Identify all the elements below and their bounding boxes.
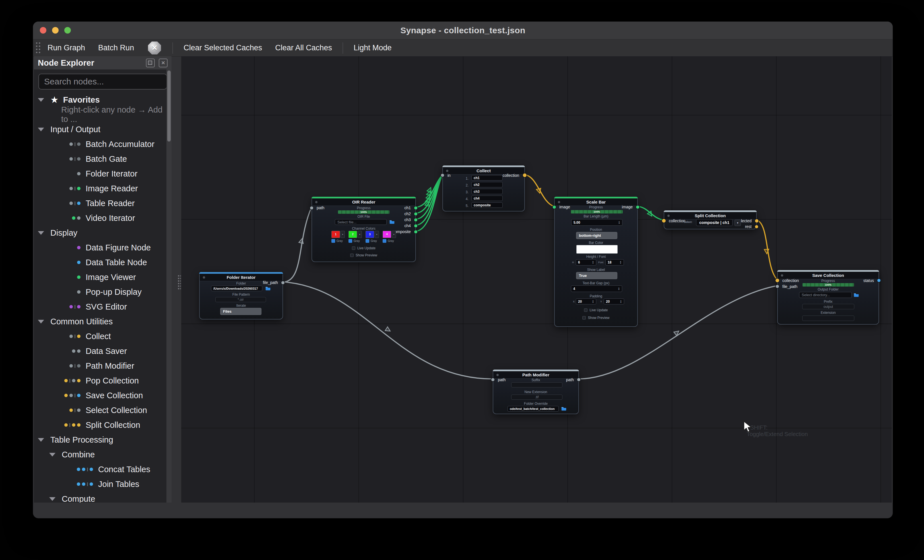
- channel-1-gray-checkbox[interactable]: [332, 239, 335, 243]
- collapse-dot-icon[interactable]: [496, 374, 499, 376]
- height-spinner[interactable]: 6▲▼: [576, 259, 596, 265]
- output-port-ch1[interactable]: [414, 206, 418, 210]
- collect-item-input[interactable]: ch4: [471, 196, 502, 201]
- sidebar-item-image-viewer[interactable]: Image Viewer: [34, 270, 171, 284]
- chevron-down-icon[interactable]: [38, 231, 44, 235]
- show-preview-checkbox[interactable]: [350, 253, 354, 257]
- clear-all-caches-button[interactable]: Clear All Caches: [275, 43, 332, 52]
- channel-4-swatch[interactable]: 4: [382, 231, 391, 238]
- sidebar-item-join-tables[interactable]: Join Tables: [34, 477, 171, 491]
- output-port-selected[interactable]: [754, 219, 759, 223]
- spinner-arrows-icon[interactable]: ▲▼: [620, 300, 622, 303]
- toolbar-grip-handle[interactable]: [35, 42, 41, 55]
- padding-x-spinner[interactable]: 20▲▼: [576, 298, 596, 304]
- sidebar-item-folder-iterator[interactable]: Folder Iterator: [34, 166, 171, 181]
- float-panel-icon[interactable]: [146, 58, 155, 67]
- show-preview-checkbox[interactable]: [582, 316, 586, 319]
- node-save-collection[interactable]: Save Collection collection file_path sta…: [777, 270, 879, 325]
- channel-2-dropdown[interactable]: ▼: [358, 231, 362, 238]
- collapse-dot-icon[interactable]: [668, 215, 670, 217]
- scrollbar-thumb[interactable]: [167, 70, 171, 142]
- bar-length-spinner[interactable]: 5.00▲▼: [571, 219, 622, 226]
- folder-icon[interactable]: [854, 293, 859, 297]
- sidebar-item-video-iterator[interactable]: Video Iterator: [34, 211, 171, 225]
- oir-file-input[interactable]: Select file...: [335, 219, 387, 225]
- file-pattern-input[interactable]: *.oir: [215, 297, 266, 302]
- collect-item-input[interactable]: ch2: [471, 182, 502, 187]
- spinner-arrows-icon[interactable]: ▲▼: [592, 261, 594, 264]
- position-dropdown[interactable]: bottom-right: [576, 232, 617, 239]
- sidebar-subcategory-combine[interactable]: Combine: [34, 447, 171, 462]
- live-update-checkbox[interactable]: [584, 308, 588, 312]
- folder-icon[interactable]: [561, 406, 566, 411]
- input-port-path[interactable]: [491, 377, 495, 382]
- prefix-input[interactable]: output: [802, 304, 854, 309]
- show-label-dropdown[interactable]: True: [576, 272, 617, 279]
- node-split-collection[interactable]: Split Collection collection selected res…: [664, 210, 757, 229]
- sidebar-item-save-collection[interactable]: Save Collection: [34, 388, 171, 403]
- input-port-collection[interactable]: [662, 218, 666, 223]
- sidebar-category-common-utilities[interactable]: Common Utilities: [34, 314, 171, 329]
- chevron-down-icon[interactable]: [38, 98, 44, 102]
- collapse-dot-icon[interactable]: [315, 201, 318, 203]
- collect-item-input[interactable]: composite: [471, 202, 502, 208]
- close-window-button[interactable]: [40, 27, 46, 33]
- search-input[interactable]: [44, 76, 162, 87]
- collect-item-input[interactable]: ch1: [471, 175, 502, 181]
- channel-2-swatch[interactable]: 2: [348, 231, 357, 238]
- padding-y-spinner[interactable]: 20▲▼: [604, 298, 624, 304]
- collapse-dot-icon[interactable]: [203, 276, 205, 279]
- folder-override-input[interactable]: ode/test_batch/test_collection: [507, 406, 559, 412]
- input-port-in[interactable]: [440, 173, 445, 177]
- node-oir-reader[interactable]: OIR Reader path ch1 ch2 ch3 ch4 composit…: [312, 197, 416, 262]
- font-spinner[interactable]: 18▲▼: [605, 259, 624, 265]
- channel-3-swatch[interactable]: 3: [366, 231, 374, 238]
- panel-resize-handle[interactable]: [177, 275, 181, 289]
- channel-1-swatch[interactable]: 1: [332, 231, 340, 238]
- batch-run-button[interactable]: Batch Run: [98, 43, 134, 52]
- chevron-down-icon[interactable]: [38, 320, 44, 323]
- chevron-down-icon[interactable]: [38, 438, 44, 442]
- output-port-image[interactable]: [636, 205, 640, 209]
- sidebar-item-concat-tables[interactable]: Concat Tables: [34, 462, 171, 477]
- channel-2-gray-checkbox[interactable]: [348, 239, 352, 243]
- graph-canvas[interactable]: Folder Iterator file_path Folder /Users/…: [181, 56, 892, 503]
- sidebar-item-svg-editor[interactable]: SVG Editor: [34, 299, 171, 314]
- sidebar-scrollbar[interactable]: [166, 69, 171, 503]
- folder-icon[interactable]: [390, 220, 394, 224]
- chevron-down-icon[interactable]: [38, 128, 44, 131]
- suffix-input[interactable]: [511, 382, 562, 388]
- sidebar-item-batch-accumulator[interactable]: Batch Accumulator: [34, 137, 171, 151]
- channel-4-dropdown[interactable]: ▼: [392, 231, 396, 238]
- output-port-composite[interactable]: [414, 230, 418, 234]
- sidebar-category-input-output[interactable]: Input / Output: [34, 122, 171, 137]
- collect-item-input[interactable]: ch3: [471, 189, 502, 194]
- sidebar-category-display[interactable]: Display: [34, 225, 171, 240]
- bar-color-swatch[interactable]: [576, 245, 618, 253]
- sidebar-item-image-reader[interactable]: Image Reader: [34, 181, 171, 196]
- sidebar-item-batch-gate[interactable]: Batch Gate: [34, 151, 171, 166]
- spinner-arrows-icon[interactable]: ▲▼: [620, 261, 622, 264]
- collapse-dot-icon[interactable]: [781, 274, 783, 277]
- sidebar-item-path-modifier[interactable]: Path Modifier: [34, 358, 171, 373]
- input-port-collection[interactable]: [775, 278, 780, 283]
- spinner-arrows-icon[interactable]: ▲▼: [618, 221, 620, 224]
- spinner-arrows-icon[interactable]: ▲▼: [618, 287, 620, 290]
- channel-3-gray-checkbox[interactable]: [366, 239, 369, 243]
- sidebar-category-table-processing[interactable]: Table Processing: [34, 432, 171, 447]
- folder-icon[interactable]: [266, 286, 270, 290]
- output-port-rest[interactable]: [754, 225, 759, 229]
- minimize-window-button[interactable]: [52, 27, 58, 33]
- sidebar-subcategory-compute[interactable]: Compute: [34, 491, 171, 503]
- sidebar-item-data-figure-node[interactable]: Data Figure Node: [34, 240, 171, 255]
- select-dropdown-button[interactable]: ▼: [735, 220, 741, 226]
- close-panel-icon[interactable]: ✕: [159, 58, 168, 67]
- sidebar-item-split-collection[interactable]: Split Collection: [34, 418, 171, 432]
- input-port-path[interactable]: [309, 206, 314, 210]
- chevron-down-icon[interactable]: [49, 453, 56, 457]
- run-graph-button[interactable]: Run Graph: [48, 43, 85, 52]
- light-mode-button[interactable]: Light Mode: [354, 43, 392, 52]
- chevron-down-icon[interactable]: [49, 497, 56, 501]
- collapse-dot-icon[interactable]: [558, 201, 560, 203]
- output-port-status[interactable]: [877, 278, 881, 283]
